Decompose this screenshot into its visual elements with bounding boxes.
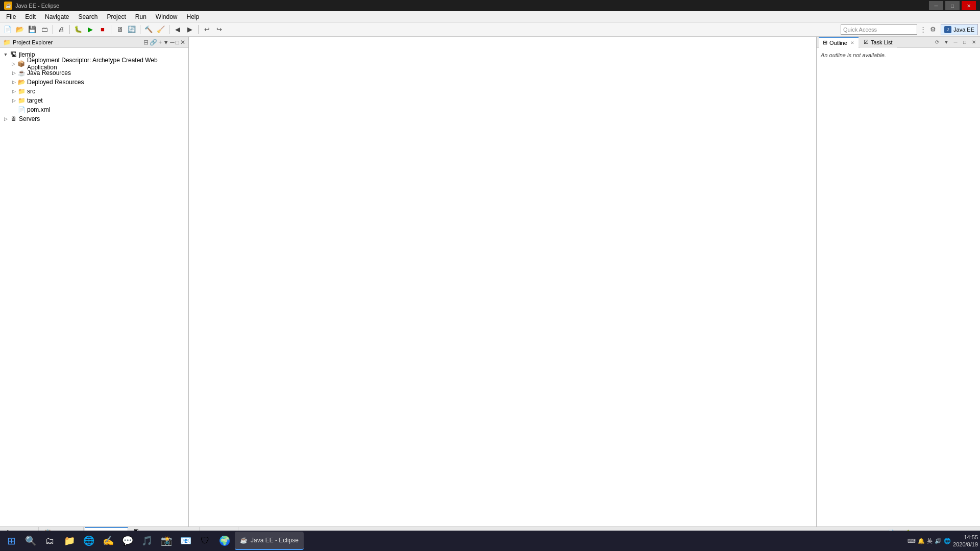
quick-access-input[interactable]: Quick Access — [841, 24, 917, 35]
outline-close-btn[interactable]: ✕ — [970, 38, 978, 46]
debug-button[interactable]: 🐛 — [72, 24, 84, 35]
tree-arrow-jr: ▷ — [10, 69, 17, 77]
menu-file[interactable]: File — [2, 12, 20, 21]
tab-outline[interactable]: ⊞ Outline ✕ — [819, 37, 859, 48]
task-view-button[interactable]: 🗂 — [41, 532, 59, 550]
window-title: Java EE - Eclipse — [15, 3, 59, 9]
start-button[interactable]: ⊞ — [2, 532, 20, 550]
project-explorer-header: 📁 Project Explorer ⊟ 🔗 + ▼ ─ □ ✕ — [0, 37, 188, 48]
sep2 — [69, 25, 70, 34]
tree-deployed-resources[interactable]: ▷ 📂 Deployed Resources — [0, 78, 188, 87]
maximize-view-icon[interactable]: □ — [176, 39, 179, 46]
no-outline-message: An outline is not available. — [821, 52, 886, 58]
open-button[interactable]: 📂 — [14, 24, 26, 35]
browser-button[interactable]: 🌐 — [80, 532, 98, 550]
music-btn[interactable]: 🎵 — [138, 532, 156, 550]
toolbar-settings2-button[interactable]: ⚙ — [928, 24, 938, 35]
tree-servers[interactable]: ▷ 🖥 Servers — [0, 114, 188, 123]
collapse-all-icon[interactable]: ⊟ — [143, 39, 149, 46]
toolbar-settings-button[interactable]: ⋮ — [918, 24, 927, 35]
minimize-button[interactable]: ─ — [929, 1, 943, 10]
right-panel: ⊞ Outline ✕ ☑ Task List ⟳ ▼ ─ □ ✕ An out… — [817, 37, 980, 527]
app-icon: ☕ — [4, 2, 12, 10]
menu-run[interactable]: Run — [131, 12, 151, 21]
project-tree: ▼ 🏗 jlemip ▷ 📦 Deployment Descriptor: Ar… — [0, 48, 188, 527]
security-btn[interactable]: 🛡 — [196, 532, 214, 550]
menu-navigate[interactable]: Navigate — [41, 12, 73, 21]
tree-pom-xml[interactable]: ▷ 📄 pom.xml — [0, 105, 188, 114]
descriptor-label: Deployment Descriptor: Archetype Created… — [27, 57, 188, 71]
sep5 — [169, 25, 169, 34]
tree-src[interactable]: ▷ 📁 src — [0, 87, 188, 96]
tree-deployment-descriptor[interactable]: ▷ 📦 Deployment Descriptor: Archetype Cre… — [0, 59, 188, 68]
tree-arrow-servers: ▷ — [2, 115, 9, 122]
java-resources-icon: ☕ — [17, 69, 26, 77]
taskbar-eclipse-app[interactable]: ☕ Java EE - Eclipse — [235, 532, 304, 550]
print-button[interactable]: 🖨 — [56, 24, 67, 35]
tree-arrow-dd: ▷ — [10, 60, 17, 67]
link-editor-icon[interactable]: 🔗 — [150, 39, 157, 46]
java-ee-badge[interactable]: J Java EE — [941, 24, 978, 35]
run-button[interactable]: ▶ — [85, 24, 96, 35]
sep6 — [198, 25, 199, 34]
outline-tab-row: ⊞ Outline ✕ ☑ Task List ⟳ ▼ ─ □ ✕ — [817, 37, 980, 48]
tree-arrow-target: ▷ — [10, 97, 17, 104]
refresh-button[interactable]: 🔄 — [126, 24, 137, 35]
menu-help[interactable]: Help — [183, 12, 204, 21]
clean-button[interactable]: 🧹 — [155, 24, 166, 35]
project-icon: 🏗 — [9, 51, 17, 59]
server-button[interactable]: 🖥 — [114, 24, 125, 35]
outline-view-menu-btn[interactable]: ▼ — [942, 38, 950, 46]
forward-button[interactable]: ▶ — [184, 24, 195, 35]
save-all-button[interactable]: 🗃 — [39, 24, 50, 35]
tray-icon-notification: 🔔 — [918, 538, 925, 544]
outline-minimize-btn[interactable]: ─ — [951, 38, 960, 46]
maximize-button[interactable]: □ — [945, 1, 960, 10]
mail-btn[interactable]: 📧 — [177, 532, 195, 550]
menu-window[interactable]: Window — [152, 12, 182, 21]
close-view-icon[interactable]: ✕ — [180, 39, 185, 46]
pom-icon: 📄 — [17, 106, 26, 114]
outline-icon: ⊞ — [823, 39, 827, 46]
close-button[interactable]: ✕ — [962, 1, 976, 10]
project-explorer: 📁 Project Explorer ⊟ 🔗 + ▼ ─ □ ✕ ▼ 🏗 jle… — [0, 37, 189, 527]
outline-content: An outline is not available. — [817, 48, 980, 527]
new-type-icon[interactable]: + — [158, 39, 162, 46]
tray-icon-language: 英 — [927, 537, 933, 545]
taskbar-date: 2020/8/19 — [953, 541, 978, 548]
stop-button[interactable]: ■ — [97, 24, 108, 35]
menu-project[interactable]: Project — [103, 12, 130, 21]
menu-search[interactable]: Search — [74, 12, 102, 21]
toolbar: 📄 📂 💾 🗃 🖨 🐛 ▶ ■ 🖥 🔄 🔨 🧹 ◀ ▶ ↩ ↪ Quick Ac… — [0, 22, 980, 37]
editor-area[interactable] — [189, 37, 817, 527]
back-button[interactable]: ◀ — [172, 24, 183, 35]
tray-icon-sound[interactable]: 🔊 — [935, 538, 942, 544]
next-edit-button[interactable]: ↪ — [213, 24, 225, 35]
outline-maximize-btn[interactable]: □ — [961, 38, 969, 46]
tab-task-list[interactable]: ☑ Task List — [860, 37, 897, 48]
file-explorer-button[interactable]: 📁 — [60, 532, 79, 550]
minimize-view-icon[interactable]: ─ — [170, 39, 175, 46]
build-button[interactable]: 🔨 — [143, 24, 154, 35]
task-list-icon: ☑ — [864, 39, 869, 45]
outline-sync-btn[interactable]: ⟳ — [933, 38, 941, 46]
save-button[interactable]: 💾 — [27, 24, 38, 35]
wechat-btn[interactable]: 💬 — [118, 532, 137, 550]
tree-target[interactable]: ▷ 📁 target — [0, 96, 188, 105]
gallery-btn[interactable]: 📸 — [157, 532, 176, 550]
target-label: target — [27, 97, 43, 104]
notes-btn[interactable]: ✍ — [99, 532, 117, 550]
outline-tab-close[interactable]: ✕ — [850, 40, 854, 45]
src-label: src — [27, 88, 35, 95]
view-menu-icon[interactable]: ▼ — [163, 39, 169, 46]
browser2-btn[interactable]: 🌍 — [215, 532, 234, 550]
tree-arrow-src: ▷ — [10, 88, 17, 95]
prev-edit-button[interactable]: ↩ — [201, 24, 212, 35]
project-explorer-title: Project Explorer — [13, 39, 141, 45]
tray-icon-network[interactable]: 🌐 — [944, 538, 951, 544]
new-button[interactable]: 📄 — [2, 24, 13, 35]
search-button[interactable]: 🔍 — [21, 532, 40, 550]
project-explorer-icon: 📁 — [3, 39, 11, 46]
menu-edit[interactable]: Edit — [21, 12, 40, 21]
deployed-resources-icon: 📂 — [17, 78, 26, 86]
